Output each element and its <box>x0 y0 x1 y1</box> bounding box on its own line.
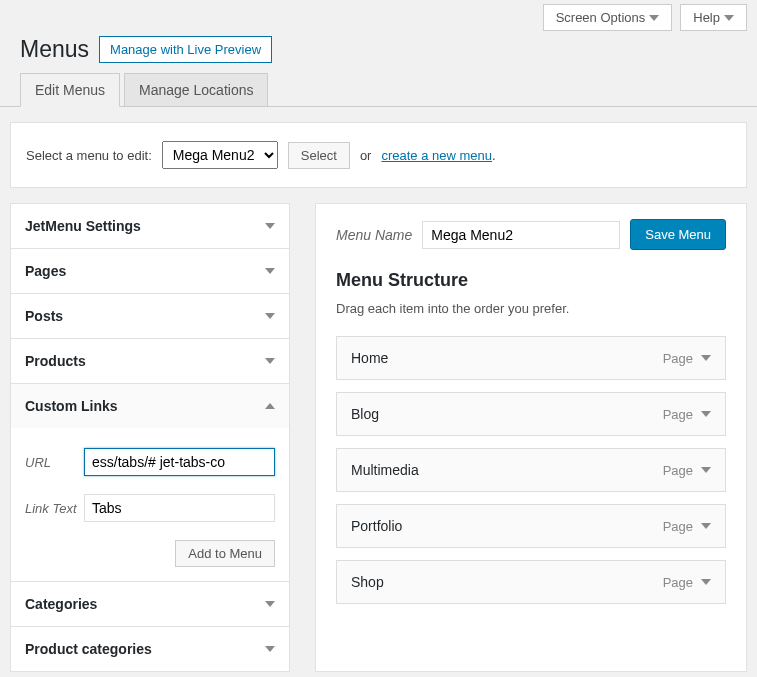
chevron-down-icon[interactable] <box>701 411 711 417</box>
chevron-up-icon <box>265 403 275 409</box>
menu-item-label: Shop <box>351 574 384 590</box>
menu-item-type: Page <box>663 407 711 422</box>
menu-item-label: Home <box>351 350 388 366</box>
live-preview-button[interactable]: Manage with Live Preview <box>99 36 272 63</box>
period: . <box>492 148 496 163</box>
menu-select[interactable]: Mega Menu2 <box>162 141 278 169</box>
chevron-down-icon <box>265 313 275 319</box>
link-text-input[interactable] <box>84 494 275 522</box>
select-menu-label: Select a menu to edit: <box>26 148 152 163</box>
url-label: URL <box>25 455 84 470</box>
accordion-label: Products <box>25 353 86 369</box>
save-menu-button[interactable]: Save Menu <box>630 219 726 250</box>
url-input[interactable] <box>84 448 275 476</box>
menu-structure-desc: Drag each item into the order you prefer… <box>336 301 726 316</box>
menu-item-label: Blog <box>351 406 379 422</box>
chevron-down-icon <box>265 358 275 364</box>
menu-name-input[interactable] <box>422 221 620 249</box>
page-title: Menus <box>20 36 89 63</box>
help-button[interactable]: Help <box>680 4 747 31</box>
menu-item-type: Page <box>663 519 711 534</box>
menu-item-label: Portfolio <box>351 518 402 534</box>
accordion-jetmenu-settings[interactable]: JetMenu Settings <box>11 204 289 248</box>
chevron-down-icon <box>265 268 275 274</box>
accordion-label: Pages <box>25 263 66 279</box>
menu-item-type: Page <box>663 463 711 478</box>
help-label: Help <box>693 10 720 25</box>
tab-edit-menus[interactable]: Edit Menus <box>20 73 120 107</box>
accordion-product-categories[interactable]: Product categories <box>11 627 289 671</box>
accordion-label: Categories <box>25 596 97 612</box>
chevron-down-icon <box>649 15 659 21</box>
chevron-down-icon[interactable] <box>701 523 711 529</box>
create-new-menu-link[interactable]: create a new menu <box>381 148 492 163</box>
chevron-down-icon[interactable] <box>701 355 711 361</box>
menu-name-label: Menu Name <box>336 227 412 243</box>
accordion-categories[interactable]: Categories <box>11 582 289 626</box>
chevron-down-icon <box>724 15 734 21</box>
menu-item-type: Page <box>663 351 711 366</box>
menu-item[interactable]: Portfolio Page <box>336 504 726 548</box>
accordion-posts[interactable]: Posts <box>11 294 289 338</box>
accordion-label: JetMenu Settings <box>25 218 141 234</box>
tab-manage-locations[interactable]: Manage Locations <box>124 73 268 106</box>
screen-options-button[interactable]: Screen Options <box>543 4 673 31</box>
chevron-down-icon <box>265 601 275 607</box>
accordion-custom-links[interactable]: Custom Links <box>11 384 289 428</box>
menu-item[interactable]: Multimedia Page <box>336 448 726 492</box>
accordion-products[interactable]: Products <box>11 339 289 383</box>
chevron-down-icon[interactable] <box>701 579 711 585</box>
menu-item[interactable]: Home Page <box>336 336 726 380</box>
menu-item-label: Multimedia <box>351 462 419 478</box>
or-text: or <box>360 148 372 163</box>
accordion-pages[interactable]: Pages <box>11 249 289 293</box>
menu-item[interactable]: Shop Page <box>336 560 726 604</box>
screen-options-label: Screen Options <box>556 10 646 25</box>
link-text-label: Link Text <box>25 501 84 516</box>
chevron-down-icon <box>265 223 275 229</box>
accordion-label: Custom Links <box>25 398 118 414</box>
accordion-label: Product categories <box>25 641 152 657</box>
add-to-menu-button[interactable]: Add to Menu <box>175 540 275 567</box>
menu-structure-title: Menu Structure <box>336 270 726 291</box>
menu-select-row: Select a menu to edit: Mega Menu2 Select… <box>10 122 747 188</box>
menu-item[interactable]: Blog Page <box>336 392 726 436</box>
accordion-label: Posts <box>25 308 63 324</box>
custom-links-body: URL Link Text Add to Menu <box>11 428 289 581</box>
menu-item-type: Page <box>663 575 711 590</box>
chevron-down-icon <box>265 646 275 652</box>
select-button[interactable]: Select <box>288 142 350 169</box>
chevron-down-icon[interactable] <box>701 467 711 473</box>
